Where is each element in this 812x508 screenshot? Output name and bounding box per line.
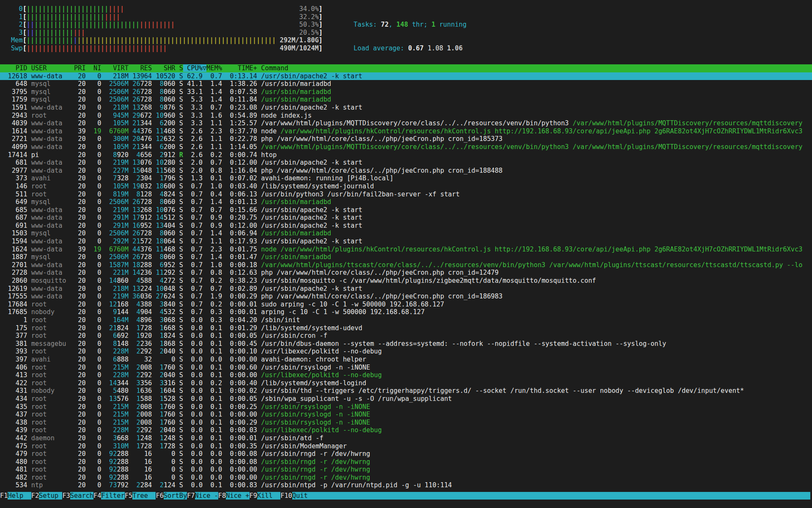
fkey-sortby[interactable]: F6SortBy — [156, 492, 187, 500]
process-row[interactable]: 511 root 20 0 819M 8128 4824 S 0.7 0.4 0… — [0, 190, 812, 199]
process-row[interactable]: 2943 root 20 0 945M 29672 10960 S 3.3 1.… — [0, 112, 812, 120]
col-state[interactable]: S — [179, 64, 183, 72]
process-row[interactable]: 2860 mosquitto 20 0 14860 4588 4272 S 0.… — [0, 277, 812, 285]
priority: 20 — [74, 387, 86, 395]
process-row[interactable]: 422 root 20 0 14344 3356 3316 S 0.0 0.2 … — [0, 379, 812, 387]
virt: 105M — [105, 119, 129, 127]
col-pid[interactable]: PID — [0, 64, 27, 72]
fkey-search[interactable]: F3Search — [62, 492, 93, 500]
process-row[interactable]: 1887 mysql 20 0 2506M 26728 8060 S 0.7 1… — [0, 253, 812, 261]
cpu-pct: 2.0 — [187, 159, 203, 166]
process-row[interactable]: 687 www-data 20 0 291M 17912 14512 S 0.7… — [0, 214, 812, 222]
shr: 12632 — [156, 135, 176, 143]
process-row[interactable]: 1503 mysql 20 0 2506M 26728 8060 S 0.7 1… — [0, 229, 812, 237]
nice: 0 — [90, 348, 102, 355]
fkey-nice-[interactable]: F8Nice + — [218, 492, 250, 500]
col-cpu-sorted[interactable]: CPU%▽ — [183, 64, 206, 72]
fkey-nice-[interactable]: F7Nice - — [187, 492, 218, 500]
fkey-setup[interactable]: F2Setup — [31, 492, 63, 500]
fkey-quit[interactable]: F10Quit — [280, 492, 315, 500]
process-row[interactable]: 12618 www-data 20 0 218M 13964 10520 S 6… — [0, 72, 812, 80]
col-ni[interactable]: NI — [90, 64, 102, 72]
process-row[interactable]: 3795 mysql 20 0 2506M 26728 8060 S 33.1 … — [0, 88, 812, 96]
process-row[interactable]: 1591 www-data 20 0 218M 13268 9876 S 3.3… — [0, 104, 812, 112]
process-row[interactable]: 175 root 20 0 21824 1728 1668 S 0.0 0.1 … — [0, 324, 812, 332]
priority: 20 — [74, 442, 86, 450]
process-row[interactable]: 2721 www-data 20 0 300M 20476 12632 S 2.… — [0, 135, 812, 143]
process-row[interactable]: 434 root 20 0 13576 1588 1528 S 0.0 0.1 … — [0, 395, 812, 403]
state: S — [179, 285, 183, 293]
col-res[interactable]: RES — [132, 64, 152, 72]
process-row[interactable]: 2728 www-data 20 0 221M 14236 11292 S 0.… — [0, 269, 812, 277]
process-row[interactable]: 1759 mysql 20 0 2506M 26728 8060 S 5.3 1… — [0, 96, 812, 104]
process-row[interactable]: 406 root 20 0 215M 2008 1760 S 0.0 0.1 0… — [0, 364, 812, 372]
process-row[interactable]: 377 root 20 0 6692 1920 1824 S 0.0 0.1 0… — [0, 332, 812, 340]
process-row[interactable]: 397 avahi 20 0 6888 32 0 S 0.0 0.0 0:00.… — [0, 356, 812, 364]
process-row[interactable]: 2977 www-data 20 0 227M 15048 11568 S 2.… — [0, 167, 812, 175]
nice: 0 — [90, 119, 102, 127]
process-row[interactable]: 1 root 20 0 164M 4896 3068 S 0.0 0.3 0:0… — [0, 316, 812, 324]
process-row[interactable]: 482 root 20 0 92288 16 0 S 0.0 0.0 0:00.… — [0, 474, 812, 482]
col-command[interactable]: Command — [261, 64, 288, 72]
state: S — [179, 411, 183, 418]
fkey-tree[interactable]: F5Tree — [125, 492, 156, 500]
virt: 2506M — [105, 96, 129, 103]
process-row[interactable]: 480 root 20 0 92288 16 0 S 0.0 0.0 0:00.… — [0, 458, 812, 466]
process-row[interactable]: 4039 www-data 20 0 105M 21344 6200 S 3.3… — [0, 119, 812, 127]
pid: 1614 — [0, 127, 27, 135]
mem-pct: 1.4 — [206, 253, 222, 261]
process-row[interactable]: 648 mysql 20 0 2506M 26728 8060 S 41.1 1… — [0, 80, 812, 88]
virt: 92288 — [105, 450, 129, 458]
nice: 0 — [90, 442, 102, 450]
process-row[interactable]: 381 messagebu 20 0 8148 2236 1868 S 0.0 … — [0, 340, 812, 348]
process-row[interactable]: 681 www-data 20 0 219M 13076 10280 S 2.0… — [0, 159, 812, 167]
col-pri[interactable]: PRI — [74, 64, 86, 72]
fkey-kill[interactable]: F9Kill — [250, 492, 281, 500]
process-row[interactable]: 481 root 20 0 92288 16 0 S 0.0 0.0 0:00.… — [0, 466, 812, 474]
col-time[interactable]: TIME+ — [226, 64, 257, 72]
process-row[interactable]: 146 root 20 0 105M 19032 18600 S 0.7 1.0… — [0, 182, 812, 190]
mem-pct: 0.7 — [206, 285, 222, 293]
process-row[interactable]: 17414 pi 20 0 8920 4656 2912 R 2.6 0.2 0… — [0, 151, 812, 159]
process-row[interactable]: 431 nobody 20 0 5480 1636 1604 S 0.0 0.1… — [0, 387, 812, 395]
time-plus: 0:13.14 — [226, 72, 257, 80]
process-row[interactable]: 1594 www-data 20 0 292M 21572 18064 S 0.… — [0, 237, 812, 246]
process-row[interactable]: 4099 www-data 20 0 105M 21344 6200 S 2.6… — [0, 143, 812, 151]
col-virt[interactable]: VIRT — [105, 64, 129, 72]
fkey-filter[interactable]: F4Filter — [93, 492, 125, 500]
process-row[interactable]: 437 root 20 0 215M 2008 1760 S 0.0 0.1 0… — [0, 411, 812, 419]
process-row[interactable]: 442 daemon 20 0 3668 1248 1248 S 0.0 0.1… — [0, 434, 812, 442]
process-row[interactable]: 2701 www-data 20 0 1587M 18288 6952 S 0.… — [0, 261, 812, 269]
process-row[interactable]: 435 root 20 0 215M 2008 1760 S 0.0 0.1 0… — [0, 403, 812, 411]
process-row[interactable]: 17555 www-data 20 0 219M 36036 27624 S 0… — [0, 293, 812, 301]
process-row[interactable]: 479 root 20 0 92288 16 0 S 0.0 0.0 0:00.… — [0, 450, 812, 458]
virt: 164M — [105, 316, 129, 324]
process-row[interactable]: 413 root 20 0 228M 2292 2040 S 0.0 0.1 0… — [0, 371, 812, 379]
process-row[interactable]: 373 avahi 20 0 7328 2304 1796 S 1.3 0.1 … — [0, 174, 812, 182]
time-plus: 0:00.10 — [226, 348, 257, 355]
virt: 218M — [105, 72, 129, 80]
process-row[interactable]: 475 root 20 0 310M 1728 1728 S 0.0 0.1 0… — [0, 442, 812, 450]
process-row[interactable]: 439 root 20 0 228M 2292 2040 S 0.0 0.1 0… — [0, 426, 812, 434]
fkey-number: F6 — [156, 492, 163, 500]
process-row[interactable]: 1614 www-data 39 19 6760M 44376 11468 S … — [0, 127, 812, 135]
shr: 6200 — [156, 143, 176, 151]
process-row[interactable]: 534 ntp 20 0 73792 2284 2124 S 0.0 0.1 0… — [0, 481, 812, 489]
process-row[interactable]: 691 www-data 20 0 291M 16952 13404 S 0.7… — [0, 222, 812, 230]
fkey-help[interactable]: F1Help — [0, 492, 31, 500]
process-row[interactable]: 685 www-data 20 0 219M 13268 10076 S 0.7… — [0, 206, 812, 214]
col-shr[interactable]: SHR — [156, 64, 176, 72]
process-row[interactable]: 17684 root 20 0 12168 4388 3840 S 0.7 0.… — [0, 301, 812, 309]
process-row[interactable]: 393 root 20 0 228M 2292 2040 S 0.0 0.1 0… — [0, 348, 812, 356]
process-row[interactable]: 12619 www-data 20 0 218M 13224 10048 S 0… — [0, 285, 812, 293]
process-row[interactable]: 438 root 20 0 215M 2008 1760 S 0.0 0.1 0… — [0, 419, 812, 427]
col-user[interactable]: USER — [31, 64, 70, 72]
col-mem[interactable]: MEM% — [206, 64, 222, 72]
mem-pct: 0.0 — [206, 450, 222, 458]
mem-pct: 1.0 — [206, 182, 222, 190]
process-row[interactable]: 649 mysql 20 0 2506M 26728 8060 S 0.7 1.… — [0, 198, 812, 206]
table-header-row: PID USER PRI NI VIRT RES SHR S CPU%▽MEM%… — [0, 64, 812, 72]
process-row[interactable]: 1624 www-data 39 19 6760M 44376 11468 S … — [0, 246, 812, 254]
process-row[interactable]: 17685 nobody 20 0 9144 4904 4532 S 0.7 0… — [0, 308, 812, 316]
res: 2236 — [132, 340, 152, 348]
